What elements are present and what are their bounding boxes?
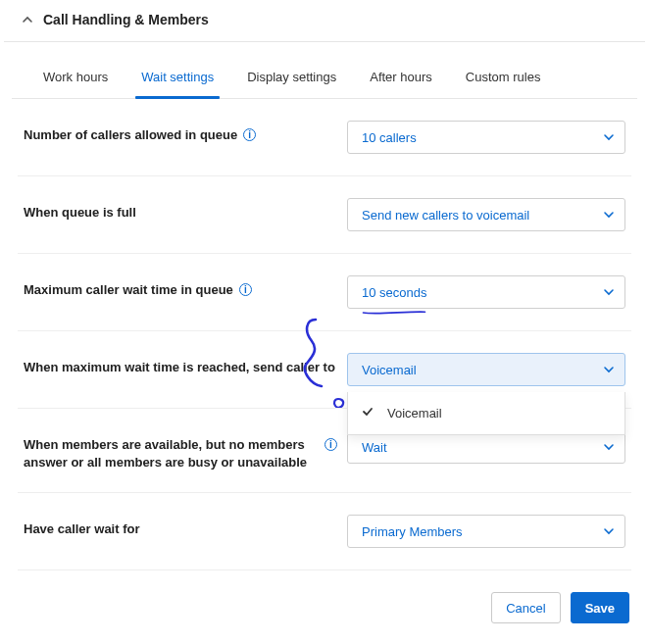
tab-wait-settings[interactable]: Wait settings (137, 56, 218, 98)
select-value: 10 seconds (362, 285, 427, 300)
footer: Cancel Save (0, 570, 649, 641)
row-queue-full: When queue is full Send new callers to v… (18, 176, 631, 254)
info-icon[interactable]: i (243, 128, 256, 141)
select-max-wait-action[interactable]: Voicemail (347, 353, 625, 386)
select-max-wait[interactable]: 10 seconds (347, 275, 625, 309)
tab-after-hours[interactable]: After hours (366, 56, 436, 98)
tab-label: After hours (370, 70, 432, 84)
annotation-ink (352, 310, 436, 316)
section-header[interactable]: Call Handling & Members (0, 0, 649, 41)
tab-label: Display settings (247, 70, 336, 84)
button-label: Cancel (506, 601, 545, 616)
button-label: Save (585, 601, 615, 616)
select-queue-full[interactable]: Send new callers to voicemail (347, 198, 625, 231)
tab-custom-rules[interactable]: Custom rules (462, 56, 545, 98)
chevron-down-icon (603, 441, 615, 453)
select-value: 10 callers (362, 130, 417, 145)
section-title: Call Handling & Members (43, 12, 209, 27)
info-icon[interactable]: i (324, 438, 337, 451)
field-label: When queue is full (24, 198, 337, 222)
chevron-down-icon (603, 525, 615, 537)
select-no-answer[interactable]: Wait (347, 430, 625, 464)
field-label: When members are available, but no membe… (24, 430, 337, 471)
divider (4, 41, 645, 42)
tab-display-settings[interactable]: Display settings (243, 56, 340, 98)
row-max-wait: Maximum caller wait time in queue i 10 s… (18, 254, 631, 331)
tab-label: Work hours (43, 70, 108, 84)
chevron-down-icon (603, 131, 615, 143)
select-option[interactable]: Voicemail (348, 398, 624, 428)
tab-work-hours[interactable]: Work hours (39, 56, 112, 98)
row-callers-allowed: Number of callers allowed in queue i 10 … (18, 99, 631, 176)
check-icon (362, 406, 374, 421)
select-dropdown: Voicemail (347, 392, 625, 435)
cancel-button[interactable]: Cancel (491, 592, 560, 623)
select-value: Send new callers to voicemail (362, 208, 529, 223)
select-value: Wait (362, 440, 387, 455)
field-label: When maximum wait time is reached, send … (24, 353, 337, 376)
info-icon[interactable]: i (239, 283, 252, 296)
field-label: Maximum caller wait time in queue i (24, 275, 337, 299)
tab-label: Wait settings (141, 70, 214, 84)
chevron-down-icon (603, 286, 615, 298)
tab-label: Custom rules (466, 70, 541, 84)
option-label: Voicemail (387, 406, 442, 421)
save-button[interactable]: Save (571, 592, 629, 623)
chevron-down-icon (603, 364, 615, 375)
field-label: Number of callers allowed in queue i (24, 121, 337, 144)
field-label: Have caller wait for (24, 515, 337, 538)
row-wait-for: Have caller wait for Primary Members (18, 493, 631, 570)
select-value: Voicemail (362, 363, 417, 377)
row-max-wait-action: When maximum wait time is reached, send … (18, 331, 631, 409)
select-wait-for[interactable]: Primary Members (347, 515, 625, 548)
chevron-up-icon (22, 14, 33, 25)
select-value: Primary Members (362, 524, 463, 539)
chevron-down-icon (603, 209, 615, 221)
tabs: Work hours Wait settings Display setting… (12, 56, 637, 99)
select-callers-allowed[interactable]: 10 callers (347, 121, 625, 154)
